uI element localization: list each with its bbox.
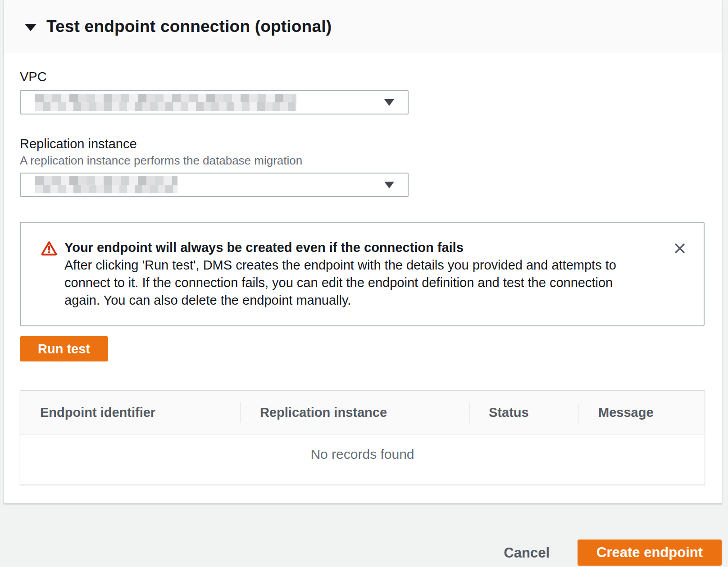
table-empty-message: No records found xyxy=(20,435,705,485)
column-header-status: Status xyxy=(469,391,578,434)
footer-actions: Cancel Create endpoint xyxy=(0,503,728,567)
section-header[interactable]: Test endpoint connection (optional) xyxy=(4,0,722,53)
replication-instance-description: A replication instance performs the data… xyxy=(20,154,704,167)
warning-alert: Your endpoint will always be created eve… xyxy=(20,222,705,326)
warning-body: After clicking 'Run test', DMS creates t… xyxy=(64,256,648,309)
test-endpoint-panel: Test endpoint connection (optional) VPC … xyxy=(4,0,722,503)
chevron-down-icon xyxy=(384,99,394,106)
replication-instance-redacted-value xyxy=(35,176,177,193)
vpc-field: VPC xyxy=(20,69,704,114)
collapse-triangle-icon[interactable] xyxy=(25,24,36,31)
vpc-redacted-value xyxy=(35,94,296,111)
warning-content: Your endpoint will always be created eve… xyxy=(64,239,673,309)
warning-triangle-icon xyxy=(41,240,57,258)
chevron-down-icon xyxy=(384,182,394,188)
run-test-button[interactable]: Run test xyxy=(20,336,108,361)
connection-results-table: Endpoint identifier Replication instance… xyxy=(20,390,705,485)
page: Test endpoint connection (optional) VPC … xyxy=(0,0,728,567)
replication-instance-field: Replication instance A replication insta… xyxy=(20,136,704,197)
column-header-endpoint-identifier: Endpoint identifier xyxy=(20,391,240,434)
warning-title: Your endpoint will always be created eve… xyxy=(64,239,648,256)
section-title: Test endpoint connection (optional) xyxy=(46,17,332,36)
column-header-replication-instance: Replication instance xyxy=(240,391,469,434)
replication-instance-label: Replication instance xyxy=(20,136,704,152)
table-header-row: Endpoint identifier Replication instance… xyxy=(20,391,705,435)
cancel-button[interactable]: Cancel xyxy=(504,540,550,567)
panel-body: VPC Replication instance A replication i… xyxy=(4,53,722,503)
column-header-message: Message xyxy=(578,391,705,434)
vpc-select[interactable] xyxy=(20,90,409,114)
create-endpoint-button[interactable]: Create endpoint xyxy=(578,540,722,566)
vpc-label: VPC xyxy=(20,69,704,85)
close-icon[interactable] xyxy=(673,242,687,255)
replication-instance-select[interactable] xyxy=(20,173,409,197)
